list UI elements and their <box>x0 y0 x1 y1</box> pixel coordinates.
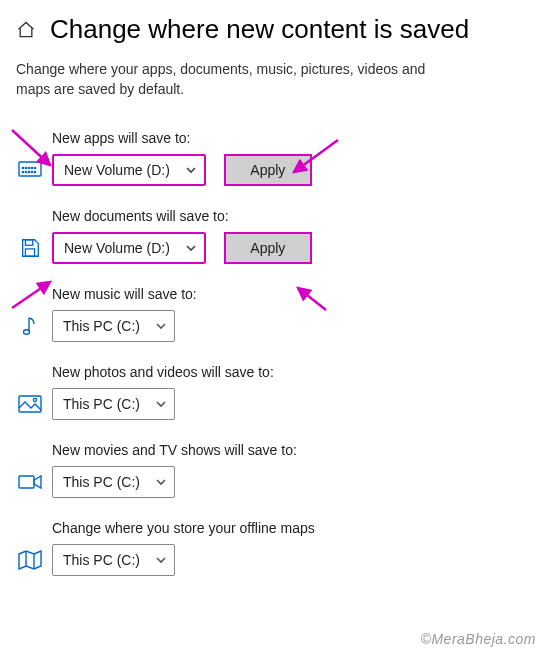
dropdown-music-value: This PC (C:) <box>53 318 148 334</box>
dropdown-photos[interactable]: This PC (C:) <box>52 388 175 420</box>
svg-rect-12 <box>25 249 34 256</box>
apps-icon <box>16 161 44 179</box>
section-maps: Change where you store your offline maps… <box>0 520 544 576</box>
label-apps: New apps will save to: <box>52 130 544 146</box>
dropdown-music[interactable]: This PC (C:) <box>52 310 175 342</box>
svg-point-10 <box>34 167 35 168</box>
section-documents: New documents will save to: New Volume (… <box>0 208 544 264</box>
apply-button-documents[interactable]: Apply <box>224 232 312 264</box>
dropdown-documents[interactable]: New Volume (D:) <box>52 232 206 264</box>
music-note-icon <box>16 315 44 337</box>
chevron-down-icon <box>148 398 174 410</box>
svg-point-13 <box>24 329 30 333</box>
dropdown-photos-value: This PC (C:) <box>53 396 148 412</box>
dropdown-maps[interactable]: This PC (C:) <box>52 544 175 576</box>
dropdown-apps-value: New Volume (D:) <box>54 162 178 178</box>
label-maps: Change where you store your offline maps <box>52 520 544 536</box>
svg-rect-11 <box>25 239 32 245</box>
section-apps: New apps will save to: New Volume (D:) <box>0 130 544 186</box>
dropdown-documents-value: New Volume (D:) <box>54 240 178 256</box>
svg-point-7 <box>25 167 26 168</box>
page-subtitle: Change where your apps, documents, music… <box>0 53 470 108</box>
svg-point-8 <box>28 167 29 168</box>
chevron-down-icon <box>148 320 174 332</box>
photo-icon <box>16 395 44 413</box>
page-title: Change where new content is saved <box>50 14 469 45</box>
chevron-down-icon <box>178 164 204 176</box>
apply-button-apps[interactable]: Apply <box>224 154 312 186</box>
svg-point-2 <box>25 171 26 172</box>
svg-point-6 <box>22 167 23 168</box>
chevron-down-icon <box>148 476 174 488</box>
video-camera-icon <box>16 474 44 490</box>
home-icon[interactable] <box>16 20 36 40</box>
chevron-down-icon <box>148 554 174 566</box>
chevron-down-icon <box>178 242 204 254</box>
save-icon <box>16 237 44 259</box>
label-photos: New photos and videos will save to: <box>52 364 544 380</box>
map-icon <box>16 550 44 570</box>
svg-point-4 <box>31 171 32 172</box>
label-movies: New movies and TV shows will save to: <box>52 442 544 458</box>
svg-point-1 <box>22 171 23 172</box>
dropdown-movies-value: This PC (C:) <box>53 474 148 490</box>
section-movies: New movies and TV shows will save to: Th… <box>0 442 544 498</box>
section-photos: New photos and videos will save to: This… <box>0 364 544 420</box>
dropdown-apps[interactable]: New Volume (D:) <box>52 154 206 186</box>
svg-point-9 <box>31 167 32 168</box>
watermark: ©MeraBheja.com <box>421 631 536 647</box>
dropdown-movies[interactable]: This PC (C:) <box>52 466 175 498</box>
section-music: New music will save to: This PC (C:) <box>0 286 544 342</box>
svg-rect-16 <box>19 476 34 488</box>
label-documents: New documents will save to: <box>52 208 544 224</box>
label-music: New music will save to: <box>52 286 544 302</box>
svg-point-15 <box>33 398 36 401</box>
svg-point-3 <box>28 171 29 172</box>
dropdown-maps-value: This PC (C:) <box>53 552 148 568</box>
svg-point-5 <box>34 171 35 172</box>
